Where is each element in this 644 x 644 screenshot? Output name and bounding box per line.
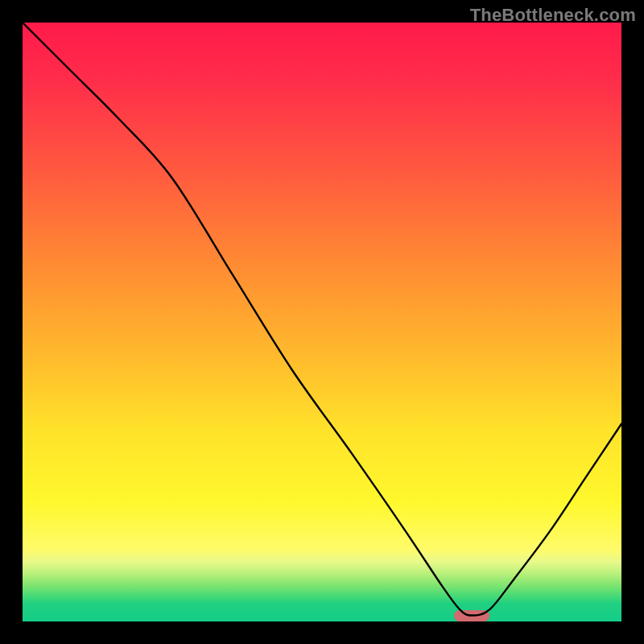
chart-frame: TheBottleneck.com [0, 0, 644, 644]
bottleneck-curve [23, 23, 621, 621]
optimal-range-marker [454, 610, 490, 621]
plot-area [23, 23, 621, 621]
watermark-text: TheBottleneck.com [470, 5, 636, 26]
